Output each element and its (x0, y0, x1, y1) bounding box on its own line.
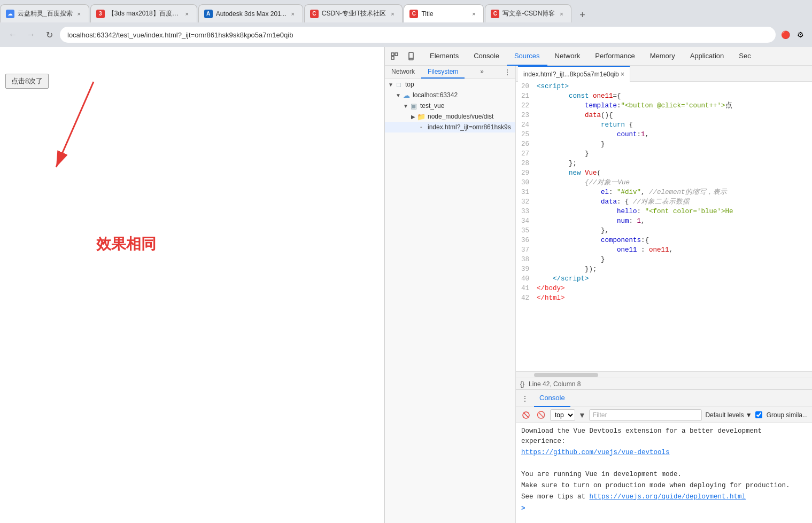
red-arrow-annotation (51, 76, 168, 226)
tab-2-close[interactable]: × (183, 10, 191, 18)
tab-3-favicon: A (204, 10, 213, 18)
tab-4-title: CSDN-专业IT技术社区 (322, 9, 386, 18)
code-line-23: 23 data(){ (516, 111, 812, 120)
code-line-38: 38 } (516, 255, 812, 264)
file-tree-options-icon[interactable]: ⋮ (499, 66, 515, 79)
main-area: 点击8次了 效果相同 (0, 47, 812, 523)
tab-4[interactable]: C CSDN-专业IT技术社区 × (304, 4, 403, 22)
code-tab-bar: index.html?_ijt...8kpo5a7m1e0qib × (516, 66, 812, 82)
tab-5-close[interactable]: × (469, 10, 478, 18)
devtools-tab-memory[interactable]: Memory (643, 47, 683, 66)
code-line-27: 27 } (516, 149, 812, 159)
tree-folder-top-icon: □ (395, 80, 403, 89)
console-group-similar-label: Group simila... (755, 411, 808, 419)
devtools-tab-performance[interactable]: Performance (587, 47, 642, 66)
devtools-tab-sec[interactable]: Sec (731, 47, 758, 66)
console-content[interactable]: Download the Vue Devtools extension for … (516, 423, 812, 523)
code-scrollbar-thumb[interactable] (534, 373, 598, 377)
devtools-tab-sources[interactable]: Sources (507, 47, 547, 66)
devtools-mobile-icon[interactable] (404, 50, 417, 63)
tree-arrow-node-modules: ▶ (409, 114, 417, 120)
tree-item-test-vue[interactable]: ▼ ▣ test_vue (385, 100, 515, 111)
code-line-26: 26 } (516, 139, 812, 149)
code-line-20: 20 <script> (516, 82, 812, 91)
console-message-3: Make sure to turn on production mode whe… (521, 481, 807, 491)
tree-file-icon: ▪ (417, 123, 426, 131)
devtools-panel: Elements Console Sources Network Perform… (384, 47, 812, 523)
devtools-inspect-icon[interactable] (388, 50, 401, 63)
tab-6[interactable]: C 写文章-CSDN博客 × (485, 4, 571, 22)
click-counter-button[interactable]: 点击8次了 (5, 74, 49, 89)
reload-button[interactable]: ↻ (42, 27, 57, 42)
tree-item-localhost[interactable]: ▼ ☁ localhost:63342 (385, 90, 515, 100)
tree-item-index-html[interactable]: ▶ ▪ index.html?_ijt=omr861hsk9s (385, 122, 515, 132)
code-line-24: 24 return { (516, 120, 812, 130)
console-options-icon[interactable]: ⋮ (519, 393, 531, 404)
svg-rect-4 (391, 57, 394, 59)
new-tab-button[interactable]: + (575, 7, 590, 22)
console-message-4: See more tips at https://vuejs.org/guide… (521, 492, 807, 502)
tree-label-top: top (405, 81, 414, 88)
file-tree-tabs: Network Filesystem » ⋮ (385, 66, 515, 79)
code-line-42: 42 </html> (516, 293, 812, 303)
tab-2-title: 【3ds max2018】百度z... (108, 9, 181, 18)
tab-2-favicon: 3 (96, 10, 105, 18)
svg-line-8 (524, 413, 528, 417)
console-message-2: You are running Vue in development mode. (521, 470, 807, 480)
console-link-vuejs-guide[interactable]: https://vuejs.org/guide/deployment.html (590, 493, 746, 501)
file-tree-tab-network[interactable]: Network (385, 66, 421, 79)
tab-1[interactable]: ☁ 云盘精灵_百度搜索 × (0, 4, 89, 22)
console-tab[interactable]: Console (534, 390, 570, 407)
devtools-tab-application[interactable]: Application (683, 47, 732, 66)
code-panel: index.html?_ijt...8kpo5a7m1e0qib × 20 <s… (516, 66, 812, 523)
tab-4-close[interactable]: × (388, 10, 397, 18)
back-button[interactable]: ← (5, 27, 20, 42)
console-link-1[interactable]: https://github.com/vuejs/vue-devtools (521, 448, 807, 458)
console-default-levels[interactable]: Default levels ▼ (705, 411, 752, 419)
devtools-tabs: Elements Console Sources Network Perform… (422, 47, 809, 66)
address-bar-row: ← → ↻ 🔴 ⚙ (0, 22, 812, 47)
devtools-tab-network[interactable]: Network (547, 47, 588, 66)
console-blank-1 (521, 458, 807, 469)
console-group-similar-checkbox[interactable] (755, 411, 762, 418)
tab-5[interactable]: C Title × (404, 4, 484, 22)
console-filter-input[interactable] (589, 409, 702, 421)
console-prompt[interactable]: > (521, 505, 807, 512)
code-line-33: 33 hello: "<font color='blue'>He (516, 207, 812, 216)
devtools-tab-console[interactable]: Console (466, 47, 507, 66)
extension-icon-2[interactable]: ⚙ (794, 28, 807, 41)
console-toolbar: 🚫 top ▼ Default levels ▼ Group simila... (516, 407, 812, 423)
code-line-29: 29 new Vue( (516, 168, 812, 178)
code-line-32: 32 data: { //对象二表示数据 (516, 197, 812, 207)
code-tab-index-html[interactable]: index.html?_ijt...8kpo5a7m1e0qib × (518, 66, 630, 82)
tab-3[interactable]: A Autodesk 3ds Max 201... × (198, 4, 303, 22)
tab-2[interactable]: 3 【3ds max2018】百度z... × (90, 4, 197, 22)
address-input[interactable] (60, 27, 776, 43)
console-filter-icon[interactable]: 🚫 (535, 409, 547, 421)
tab-1-close[interactable]: × (75, 10, 83, 18)
tree-item-top[interactable]: ▼ □ top (385, 79, 515, 90)
console-context-select[interactable]: top (550, 409, 575, 421)
file-tree-more-icon[interactable]: » (476, 66, 488, 79)
code-area[interactable]: 20 <script> 21 const one11={ 22 template… (516, 82, 812, 371)
code-line-30: 30 {//对象一Vue (516, 178, 812, 188)
tab-6-close[interactable]: × (557, 10, 566, 18)
code-status-bar: {} Line 42, Column 8 (516, 378, 812, 389)
devtools-tab-elements[interactable]: Elements (422, 47, 466, 66)
code-scrollbar-area[interactable] (516, 371, 812, 378)
code-line-21: 21 const one11={ (516, 91, 812, 101)
console-link-vuejs-devtools[interactable]: https://github.com/vuejs/vue-devtools (521, 449, 670, 456)
tab-3-close[interactable]: × (289, 10, 297, 18)
file-tree-tab-filesystem[interactable]: Filesystem (421, 66, 465, 79)
extension-icon-1[interactable]: 🔴 (779, 28, 792, 41)
tab-3-title: Autodesk 3ds Max 201... (216, 10, 287, 18)
tree-item-node-modules[interactable]: ▶ 📁 node_modules/vue/dist (385, 111, 515, 122)
code-format-icon[interactable]: {} (520, 380, 524, 388)
forward-button[interactable]: → (24, 27, 38, 42)
sources-panel: Network Filesystem » ⋮ ▼ □ top ▼ ☁ local… (385, 66, 812, 523)
code-line-25: 25 count:1, (516, 130, 812, 139)
tab-5-favicon: C (409, 10, 418, 18)
code-line-36: 36 components:{ (516, 236, 812, 245)
console-clear-icon[interactable] (520, 409, 532, 421)
tree-label-index-html: index.html?_ijt=omr861hsk9s (428, 123, 511, 131)
